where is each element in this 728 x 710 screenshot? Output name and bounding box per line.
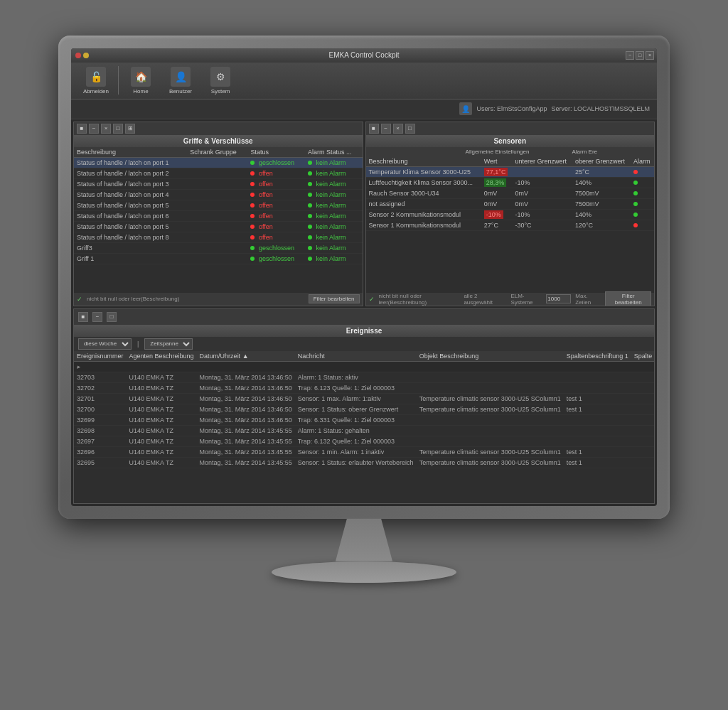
griffe-tb-btn-3[interactable]: × xyxy=(101,124,111,134)
status-dot xyxy=(250,225,255,229)
events-row[interactable]: 32703 U140 EMKA TZ Montag, 31. März 2014… xyxy=(74,372,654,382)
griffe-tb-btn-1[interactable]: ■ xyxy=(77,124,87,134)
alarm-dot xyxy=(308,203,312,208)
events-table-scroll[interactable]: Ereignisnummer Agenten Beschreibung Datu… xyxy=(74,351,654,503)
griffe-row[interactable]: Status of handle / latch on port 5 offen… xyxy=(74,200,363,210)
status-text: geschlossen xyxy=(259,159,294,166)
events-col-datum[interactable]: Datum/Uhrzeit ▲ xyxy=(197,351,295,362)
events-cell-objekt xyxy=(417,436,564,446)
alarm-text: kein Alarm xyxy=(316,202,346,209)
sensoren-tb-btn-1[interactable]: ■ xyxy=(369,124,379,134)
events-row[interactable]: 32695 U140 EMKA TZ Montag, 31. März 2014… xyxy=(74,457,654,468)
griffe-cell-status: geschlossen xyxy=(247,253,305,264)
griffe-cell-desc: Status of handle / latch on port 8 xyxy=(74,232,187,242)
events-tb-btn-2[interactable]: − xyxy=(92,312,102,322)
griffe-panel: ■ − × □ ⊞ Griffe & Verschlüsse xyxy=(73,122,363,306)
top-panels: ■ − × □ ⊞ Griffe & Verschlüsse xyxy=(73,122,655,306)
sensoren-col-ober[interactable]: oberer Grenzwert xyxy=(572,156,631,167)
sensoren-cell-alarm xyxy=(631,198,654,209)
griffe-row[interactable]: Griff3 geschlossen kein Alarm xyxy=(74,242,363,253)
sensoren-row[interactable]: Luftfeuchtigkeit Klima Sensor 3000... 28… xyxy=(366,177,655,188)
events-col-nr[interactable]: Ereignisnummer xyxy=(74,351,127,362)
sensoren-tb-btn-4[interactable]: □ xyxy=(405,124,415,134)
events-col-s1[interactable]: Spalte 1 xyxy=(631,351,654,362)
sensoren-tb-btn-2[interactable]: − xyxy=(381,124,391,134)
griffe-col-status[interactable]: Status xyxy=(247,147,305,158)
events-row[interactable]: 32698 U140 EMKA TZ Montag, 31. März 2014… xyxy=(74,425,654,436)
sensoren-cell-ober: 7500mV xyxy=(572,188,631,198)
griffe-cell-gruppe xyxy=(187,178,247,189)
status-dot xyxy=(250,171,255,176)
abmelden-button[interactable]: 🔓 Abmelden xyxy=(78,65,114,97)
griffe-tb-btn-2[interactable]: − xyxy=(89,124,99,134)
events-row[interactable]: 32702 U140 EMKA TZ Montag, 31. März 2014… xyxy=(74,382,654,393)
griffe-col-gruppe[interactable]: Schrank Gruppe xyxy=(187,147,247,158)
sensoren-cell-alarm xyxy=(631,177,654,188)
home-button[interactable]: 🏠 Home xyxy=(123,65,159,97)
time-filter-select[interactable]: diese Woche Zeitspanne xyxy=(78,338,132,350)
sensoren-row[interactable]: not assigned 0mV 0mV 7500mV xyxy=(366,198,655,209)
griffe-cell-alarm: kein Alarm xyxy=(305,221,363,232)
events-cell-nachricht: Sensor: 1 min. Alarm: 1:inaktiv xyxy=(295,446,417,457)
sensoren-row[interactable]: Sensor 2 Kommunikationsmodul -10% -10% 1… xyxy=(366,209,655,220)
griffe-tb-btn-5[interactable]: ⊞ xyxy=(125,124,135,134)
griffe-row[interactable]: Status of handle / latch on port 2 offen… xyxy=(74,168,363,178)
events-cell-sp1: test 1 xyxy=(564,457,631,468)
sensoren-table-scroll[interactable]: Beschreibung Wert unterer Grenzwert ober… xyxy=(366,156,655,293)
status-dot xyxy=(250,214,255,218)
sensoren-panel: ■ − × □ Sensoren Allgemeine Einstellunge… xyxy=(365,122,655,306)
benutzer-button[interactable]: 👤 Benutzer xyxy=(163,65,198,97)
sensoren-panel-toolbar: ■ − × □ xyxy=(366,122,655,135)
events-tb-btn-3[interactable]: □ xyxy=(107,312,117,322)
events-col-sp1[interactable]: Spaltenbeschriftung 1 xyxy=(564,351,631,362)
sensoren-row[interactable]: Temperatur Klima Sensor 3000-U25 77,1°C … xyxy=(366,166,655,177)
griffe-cell-status: offen xyxy=(247,168,305,178)
events-row[interactable]: 32696 U140 EMKA TZ Montag, 31. März 2014… xyxy=(74,446,654,457)
events-col-objekt[interactable]: Objekt Beschreibung xyxy=(417,351,564,362)
status-dot xyxy=(250,246,255,250)
sensoren-row[interactable]: Rauch Sensor 3000-U34 0mV 0mV 7500mV xyxy=(366,188,655,198)
griffe-col-beschreibung[interactable]: Beschreibung xyxy=(74,147,187,158)
griffe-cell-gruppe xyxy=(187,253,247,264)
events-cell-agent: U140 EMKA TZ xyxy=(127,393,197,404)
sensoren-row[interactable]: Sensor 1 Kommunikationsmodul 27°C -30°C … xyxy=(366,220,655,230)
alarm-text: kein Alarm xyxy=(316,255,346,262)
events-row[interactable]: 32699 U140 EMKA TZ Montag, 31. März 2014… xyxy=(74,414,654,425)
griffe-row[interactable]: Status of handle / latch on port 6 offen… xyxy=(74,210,363,221)
griffe-tb-btn-4[interactable]: □ xyxy=(113,124,123,134)
sensoren-tb-btn-3[interactable]: × xyxy=(393,124,403,134)
system-button[interactable]: ⚙ System xyxy=(203,65,238,97)
events-cell-datum: Montag, 31. März 2014 13:45:55 xyxy=(197,436,295,446)
events-row[interactable]: 32701 U140 EMKA TZ Montag, 31. März 2014… xyxy=(74,393,654,404)
sensoren-col-wert[interactable]: Wert xyxy=(481,156,513,167)
griffe-col-alarm[interactable]: Alarm Status ... xyxy=(305,147,363,158)
sensoren-col-unter[interactable]: unterer Grenzwert xyxy=(512,156,572,167)
griffe-row[interactable]: Griff 1 geschlossen kein Alarm xyxy=(74,253,363,264)
griffe-row[interactable]: Status of handle / latch on port 8 offen… xyxy=(74,232,363,242)
griffe-row[interactable]: Status of handle / latch on port 4 offen… xyxy=(74,189,363,200)
maximize-btn[interactable]: □ xyxy=(636,51,644,60)
events-cell-objekt: Temperature climatic sensor 3000-U25 SCo… xyxy=(417,446,564,457)
events-row[interactable]: 32697 U140 EMKA TZ Montag, 31. März 2014… xyxy=(74,436,654,446)
events-tb-btn-1[interactable]: ■ xyxy=(78,312,88,322)
minimize-btn[interactable]: − xyxy=(626,51,634,60)
zeitspanne-select[interactable]: Zeitspanne xyxy=(144,338,193,350)
griffe-row[interactable]: Status of handle / latch on port 5 offen… xyxy=(74,221,363,232)
griffe-panel-title: Griffe & Verschlüsse xyxy=(74,135,363,147)
sensoren-filter-btn[interactable]: Filter bearbeiten xyxy=(605,291,651,306)
events-col-nachricht[interactable]: Nachricht xyxy=(295,351,417,362)
griffe-footer-label: nicht bit null oder leer(Beschreibung) xyxy=(87,296,179,302)
griffe-cell-desc: Status of handle / latch on port 3 xyxy=(74,178,187,189)
events-col-agent[interactable]: Agenten Beschreibung xyxy=(127,351,197,362)
events-cell-nachricht: Sensor: 1 Status: oberer Grenzwert xyxy=(295,404,417,414)
sensoren-cell-desc: Temperatur Klima Sensor 3000-U25 xyxy=(366,166,481,177)
sensoren-col-beschreibung[interactable]: Beschreibung xyxy=(366,156,481,167)
events-row[interactable]: 32700 U140 EMKA TZ Montag, 31. März 2014… xyxy=(74,404,654,414)
close-btn[interactable]: × xyxy=(646,51,654,60)
griffe-table-scroll[interactable]: Beschreibung Schrank Gruppe Status Alarm… xyxy=(74,147,363,293)
elm-value-input[interactable] xyxy=(546,294,571,303)
griffe-row[interactable]: Status of handle / latch on port 1 gesch… xyxy=(74,157,363,168)
sensoren-col-alarm[interactable]: Alarm xyxy=(631,156,654,167)
griffe-filter-btn[interactable]: Filter bearbeiten xyxy=(309,294,360,303)
griffe-row[interactable]: Status of handle / latch on port 3 offen… xyxy=(74,178,363,189)
